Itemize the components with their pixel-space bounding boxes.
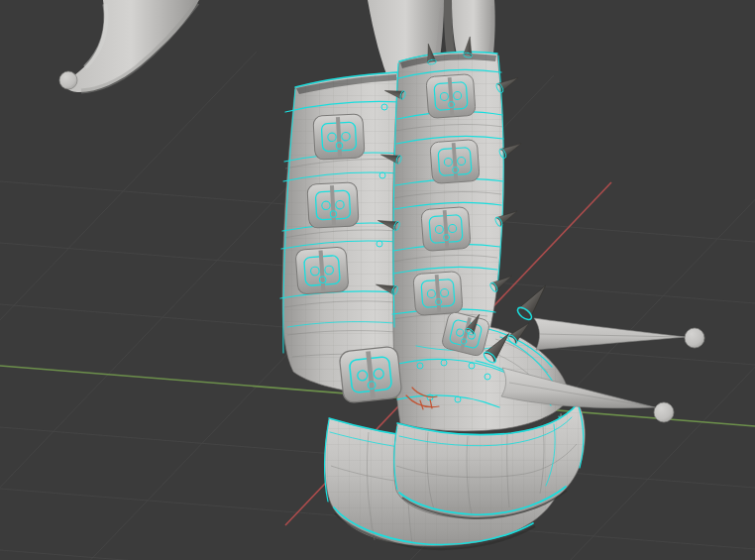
spike-cone-lower-ball[interactable] [654,402,674,422]
right-leg-mesh[interactable] [452,0,495,58]
buckle[interactable] [413,271,463,315]
scene-canvas[interactable] [0,0,755,560]
buckle[interactable] [430,139,480,183]
buckle[interactable] [421,206,471,251]
buckle-large[interactable] [339,346,402,403]
viewport-3d[interactable] [0,0,755,560]
spike-cone-upper-ball[interactable] [685,328,704,348]
tail-tip-ball[interactable] [59,71,77,89]
buckle[interactable] [426,73,476,118]
buckle[interactable] [295,247,349,294]
buckle[interactable] [313,114,365,161]
buckle[interactable] [307,182,359,229]
